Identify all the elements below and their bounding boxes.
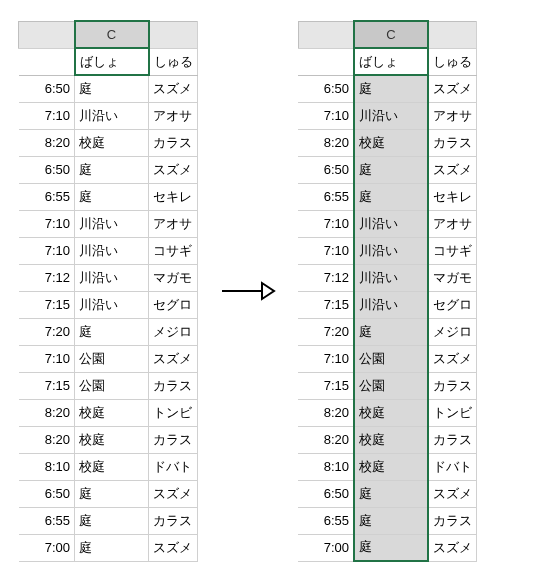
cell-time[interactable]: 7:10 (19, 237, 75, 264)
cell-place[interactable]: 川沿い (354, 102, 428, 129)
cell-place[interactable]: 公園 (75, 345, 149, 372)
cell-place[interactable]: 庭 (354, 75, 428, 102)
spreadsheet-right[interactable]: C ばしょ しゅる 6:50庭スズメ7:10川沿いアオサ8:20校庭カラス6:5… (298, 20, 478, 562)
cell-time[interactable]: 7:10 (19, 102, 75, 129)
cell-type[interactable]: カラス (149, 372, 198, 399)
cell-type[interactable]: スズメ (149, 156, 198, 183)
cell-type[interactable]: アオサ (428, 210, 477, 237)
header-cell-time[interactable] (19, 48, 75, 75)
cell-place[interactable]: 校庭 (75, 426, 149, 453)
cell-type[interactable]: メジロ (428, 318, 477, 345)
cell-type[interactable]: マガモ (428, 264, 477, 291)
cell-place[interactable]: 校庭 (354, 129, 428, 156)
cell-place[interactable]: 庭 (354, 318, 428, 345)
cell-time[interactable]: 7:15 (19, 291, 75, 318)
cell-time[interactable]: 6:50 (19, 75, 75, 102)
cell-type[interactable]: メジロ (149, 318, 198, 345)
cell-place[interactable]: 公園 (354, 372, 428, 399)
cell-place[interactable]: 庭 (75, 75, 149, 102)
cell-time[interactable]: 8:20 (19, 399, 75, 426)
cell-time[interactable]: 7:10 (19, 345, 75, 372)
cell-type[interactable]: ドバト (149, 453, 198, 480)
cell-place[interactable]: 川沿い (75, 237, 149, 264)
column-header-b[interactable] (298, 21, 354, 48)
cell-type[interactable]: セキレ (149, 183, 198, 210)
cell-time[interactable]: 7:10 (298, 210, 354, 237)
cell-type[interactable]: スズメ (428, 480, 477, 507)
column-header-d[interactable] (428, 21, 477, 48)
cell-type[interactable]: トンビ (149, 399, 198, 426)
cell-place[interactable]: 校庭 (354, 426, 428, 453)
cell-place[interactable]: 公園 (354, 345, 428, 372)
cell-time[interactable]: 8:10 (298, 453, 354, 480)
cell-time[interactable]: 7:00 (19, 534, 75, 561)
cell-type[interactable]: トンビ (428, 399, 477, 426)
cell-type[interactable]: スズメ (428, 534, 477, 561)
cell-place[interactable]: 庭 (354, 480, 428, 507)
cell-time[interactable]: 7:20 (298, 318, 354, 345)
cell-type[interactable]: カラス (428, 507, 477, 534)
cell-place[interactable]: 校庭 (75, 129, 149, 156)
cell-place[interactable]: 庭 (75, 480, 149, 507)
cell-time[interactable]: 6:50 (19, 156, 75, 183)
cell-place[interactable]: 庭 (75, 183, 149, 210)
header-cell-time[interactable] (298, 48, 354, 75)
cell-place[interactable]: 川沿い (75, 102, 149, 129)
cell-type[interactable]: カラス (428, 372, 477, 399)
cell-type[interactable]: スズメ (428, 75, 477, 102)
cell-type[interactable]: カラス (428, 426, 477, 453)
cell-place[interactable]: 川沿い (354, 264, 428, 291)
cell-time[interactable]: 6:55 (19, 507, 75, 534)
cell-time[interactable]: 7:15 (298, 372, 354, 399)
spreadsheet-left[interactable]: C ばしょ しゅる 6:50庭スズメ7:10川沿いアオサ8:20校庭カラス6:5… (18, 20, 198, 562)
cell-time[interactable]: 7:00 (298, 534, 354, 561)
cell-place[interactable]: 校庭 (75, 399, 149, 426)
cell-time[interactable]: 6:55 (298, 183, 354, 210)
cell-place[interactable]: 庭 (354, 183, 428, 210)
cell-time[interactable]: 7:12 (298, 264, 354, 291)
cell-type[interactable]: マガモ (149, 264, 198, 291)
cell-time[interactable]: 8:10 (19, 453, 75, 480)
column-header-d[interactable] (149, 21, 198, 48)
cell-type[interactable]: アオサ (149, 210, 198, 237)
cell-time[interactable]: 6:55 (19, 183, 75, 210)
cell-time[interactable]: 6:50 (298, 480, 354, 507)
cell-type[interactable]: スズメ (149, 480, 198, 507)
cell-place[interactable]: 校庭 (354, 399, 428, 426)
header-cell-type[interactable]: しゅる (149, 48, 198, 75)
cell-place[interactable]: 川沿い (75, 264, 149, 291)
cell-time[interactable]: 7:10 (298, 102, 354, 129)
cell-time[interactable]: 8:20 (298, 129, 354, 156)
cell-type[interactable]: スズメ (149, 75, 198, 102)
column-header-b[interactable] (19, 21, 75, 48)
column-header-c[interactable]: C (354, 21, 428, 48)
cell-type[interactable]: カラス (428, 129, 477, 156)
cell-time[interactable]: 8:20 (19, 129, 75, 156)
header-cell-type[interactable]: しゅる (428, 48, 477, 75)
cell-type[interactable]: カラス (149, 507, 198, 534)
cell-place[interactable]: 庭 (354, 507, 428, 534)
cell-time[interactable]: 8:20 (298, 399, 354, 426)
cell-time[interactable]: 7:20 (19, 318, 75, 345)
cell-type[interactable]: カラス (149, 129, 198, 156)
cell-time[interactable]: 7:15 (19, 372, 75, 399)
cell-time[interactable]: 6:50 (298, 75, 354, 102)
cell-type[interactable]: セグロ (428, 291, 477, 318)
cell-time[interactable]: 6:50 (298, 156, 354, 183)
cell-type[interactable]: コサギ (149, 237, 198, 264)
cell-place[interactable]: 庭 (75, 318, 149, 345)
cell-type[interactable]: スズメ (428, 345, 477, 372)
cell-type[interactable]: スズメ (428, 156, 477, 183)
header-cell-place[interactable]: ばしょ (75, 48, 149, 75)
cell-type[interactable]: ドバト (428, 453, 477, 480)
cell-time[interactable]: 8:20 (298, 426, 354, 453)
cell-type[interactable]: アオサ (428, 102, 477, 129)
cell-place[interactable]: 庭 (75, 156, 149, 183)
cell-place[interactable]: 庭 (354, 156, 428, 183)
cell-place[interactable]: 公園 (75, 372, 149, 399)
cell-place[interactable]: 川沿い (75, 210, 149, 237)
cell-place[interactable]: 庭 (354, 534, 428, 561)
cell-place[interactable]: 校庭 (75, 453, 149, 480)
cell-type[interactable]: アオサ (149, 102, 198, 129)
cell-type[interactable]: スズメ (149, 345, 198, 372)
